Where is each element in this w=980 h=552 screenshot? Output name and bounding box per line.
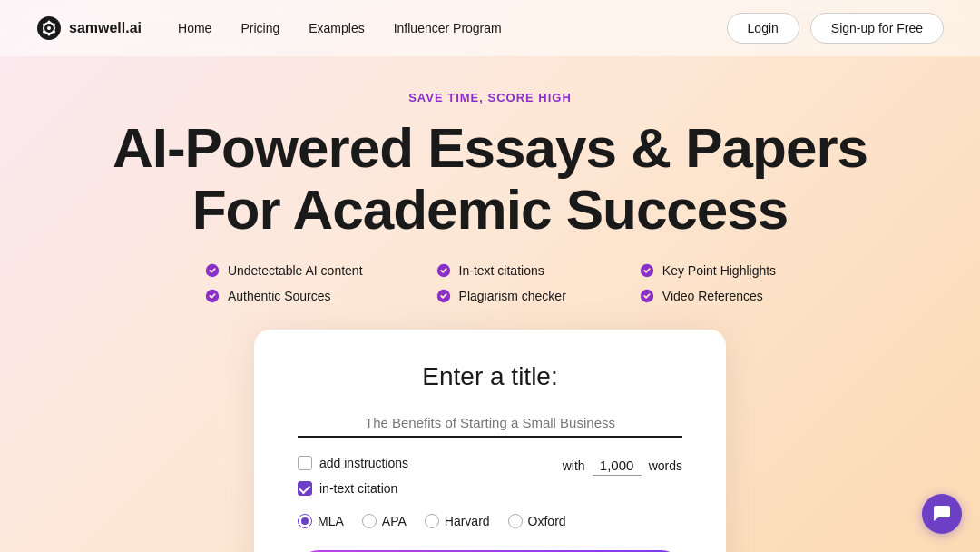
- check-icon-3: [436, 262, 452, 279]
- feature-citations: In-text citations: [436, 262, 566, 279]
- radio-apa-label: APA: [382, 514, 407, 528]
- add-instructions-row[interactable]: add instructions: [298, 456, 408, 470]
- radio-oxford[interactable]: Oxford: [508, 514, 566, 528]
- feature-label-1: Undetectable AI content: [228, 263, 363, 278]
- features-col-3: Key Point Highlights Video References: [639, 262, 776, 304]
- radio-mla-label: MLA: [318, 514, 344, 528]
- chat-bubble[interactable]: [922, 494, 962, 534]
- features-list: Undetectable AI content Authentic Source…: [36, 262, 944, 304]
- in-text-citation-label: in-text citation: [319, 481, 397, 496]
- svg-point-4: [53, 24, 55, 26]
- nav-links: Home Pricing Examples Influencer Program: [178, 21, 727, 35]
- card-wrapper: Enter a title: add instructions in-text …: [36, 330, 944, 552]
- radio-apa-circle[interactable]: [362, 514, 377, 528]
- navbar: samwell.ai Home Pricing Examples Influen…: [0, 0, 980, 56]
- card-options: add instructions in-text citation with w…: [298, 456, 682, 496]
- chat-icon: [932, 504, 952, 524]
- check-icon-1: [204, 262, 220, 279]
- check-icon-6: [639, 288, 655, 304]
- essay-title-input[interactable]: [298, 409, 682, 438]
- svg-point-8: [43, 24, 45, 26]
- in-text-citation-checkbox[interactable]: [298, 481, 312, 496]
- add-instructions-checkbox[interactable]: [298, 456, 312, 470]
- feature-label-4: Plagiarism checker: [459, 289, 566, 303]
- hero-title-line1: AI-Powered Essays & Papers: [113, 116, 867, 179]
- check-icon-5: [639, 262, 655, 279]
- hero-tagline: SAVE TIME, SCORE HIGH: [36, 91, 944, 104]
- feature-plagiarism: Plagiarism checker: [436, 288, 566, 304]
- svg-point-6: [48, 34, 51, 36]
- svg-point-7: [43, 31, 45, 34]
- add-instructions-label: add instructions: [319, 456, 408, 470]
- svg-point-2: [47, 26, 51, 30]
- nav-pricing[interactable]: Pricing: [240, 21, 279, 35]
- radio-mla[interactable]: MLA: [298, 514, 344, 528]
- feature-label-5: Key Point Highlights: [662, 263, 776, 278]
- radio-apa[interactable]: APA: [362, 514, 407, 528]
- svg-point-5: [53, 31, 55, 34]
- signup-button[interactable]: Sign-up for Free: [810, 13, 944, 44]
- radio-harvard-label: Harvard: [445, 514, 490, 528]
- features-col-1: Undetectable AI content Authentic Source…: [204, 262, 363, 304]
- svg-point-3: [48, 21, 51, 24]
- words-input[interactable]: [593, 456, 642, 476]
- hero-section: SAVE TIME, SCORE HIGH AI-Powered Essays …: [0, 56, 980, 552]
- feature-label-6: Video References: [662, 289, 763, 303]
- nav-actions: Login Sign-up for Free: [727, 13, 944, 44]
- card-title: Enter a title:: [298, 362, 682, 391]
- feature-undetectable: Undetectable AI content: [204, 262, 363, 279]
- radio-harvard[interactable]: Harvard: [425, 514, 490, 528]
- radio-oxford-circle[interactable]: [508, 514, 523, 528]
- login-button[interactable]: Login: [727, 13, 799, 44]
- check-icon-2: [204, 288, 220, 304]
- feature-video: Video References: [639, 288, 776, 304]
- nav-home[interactable]: Home: [178, 21, 211, 35]
- radio-mla-circle[interactable]: [298, 514, 312, 528]
- words-label-before: with: [563, 458, 585, 473]
- words-control: with words: [563, 456, 682, 476]
- nav-influencer[interactable]: Influencer Program: [394, 21, 502, 35]
- citation-style-row: MLA APA Harvard Oxford: [298, 514, 682, 528]
- hero-title-line2: For Academic Success: [192, 178, 789, 241]
- in-text-citation-row[interactable]: in-text citation: [298, 481, 408, 496]
- words-label-after: words: [649, 458, 682, 473]
- essay-card: Enter a title: add instructions in-text …: [254, 330, 726, 552]
- logo-text: samwell.ai: [69, 20, 142, 36]
- nav-examples[interactable]: Examples: [309, 21, 364, 35]
- features-col-2: In-text citations Plagiarism checker: [436, 262, 566, 304]
- hero-title: AI-Powered Essays & Papers For Academic …: [36, 117, 944, 241]
- radio-oxford-label: Oxford: [528, 514, 566, 528]
- feature-label-3: In-text citations: [459, 263, 544, 278]
- logo: samwell.ai: [36, 15, 142, 41]
- feature-highlights: Key Point Highlights: [639, 262, 776, 279]
- check-icon-4: [436, 288, 452, 304]
- checkboxes-group: add instructions in-text citation: [298, 456, 408, 496]
- logo-icon: [36, 15, 62, 41]
- radio-harvard-circle[interactable]: [425, 514, 439, 528]
- feature-sources: Authentic Sources: [204, 288, 363, 304]
- feature-label-2: Authentic Sources: [228, 289, 331, 303]
